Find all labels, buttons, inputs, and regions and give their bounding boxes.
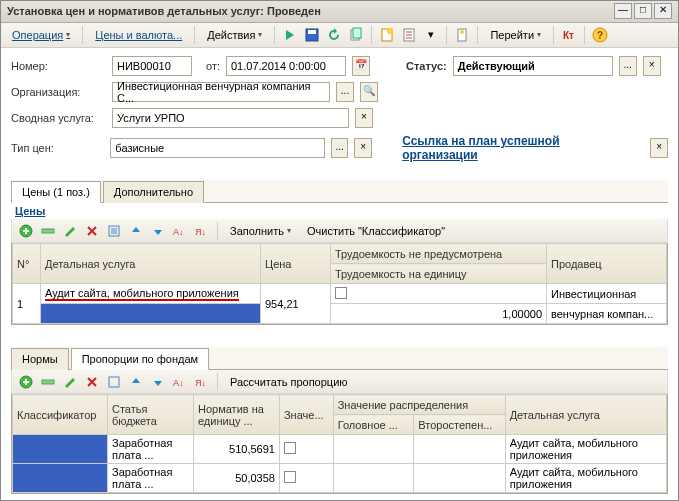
sort-asc-icon[interactable]: А↓	[170, 221, 190, 241]
form-area: Номер: НИВ00010 от: 01.07.2014 0:00:00 📅…	[1, 48, 678, 176]
svg-point-9	[460, 30, 464, 34]
col-norm[interactable]: Норматив на единицу ...	[193, 395, 279, 435]
refresh-icon[interactable]	[324, 25, 344, 45]
svg-point-6	[387, 28, 393, 34]
service-clear-button[interactable]: ×	[355, 108, 373, 128]
tab-proportions[interactable]: Пропорции по фондам	[71, 348, 209, 370]
add-row-icon[interactable]	[16, 221, 36, 241]
type-select-button[interactable]: ...	[331, 138, 349, 158]
edit-row-icon[interactable]	[60, 221, 80, 241]
status-field[interactable]: Действующий	[453, 56, 613, 76]
svg-rect-2	[308, 30, 316, 34]
doc2-icon[interactable]	[399, 25, 419, 45]
move-up-icon[interactable]	[126, 372, 146, 392]
tab-additional[interactable]: Дополнительно	[103, 181, 204, 203]
date-field[interactable]: 01.07.2014 0:00:00	[226, 56, 346, 76]
sort-asc-icon[interactable]: А↓	[170, 372, 190, 392]
col-main[interactable]: Головное ...	[333, 415, 414, 435]
clear-classifier-button[interactable]: Очистить "Классификатор"	[300, 222, 452, 240]
col-n[interactable]: N°	[13, 244, 41, 284]
value-checkbox[interactable]	[284, 471, 296, 483]
detail-cell[interactable]: Аудит сайта, мобильного приложения	[505, 435, 666, 464]
value-checkbox[interactable]	[284, 442, 296, 454]
insert-row-icon[interactable]	[38, 372, 58, 392]
svg-text:А↓: А↓	[173, 378, 184, 388]
svg-rect-19	[42, 380, 54, 384]
status-clear-button[interactable]: ×	[643, 56, 661, 76]
prices-toolbar: А↓ Я↓ Заполнить ▾ Очистить "Классификато…	[11, 219, 668, 243]
col-detail[interactable]: Детальная услуга	[505, 395, 666, 435]
selected-cell[interactable]	[41, 304, 261, 324]
org-search-button[interactable]: 🔍	[360, 82, 378, 102]
col-labor-unit[interactable]: Трудоемкость на единицу	[331, 264, 547, 284]
config-icon[interactable]	[104, 221, 124, 241]
operation-menu[interactable]: Операция ▾	[5, 26, 77, 44]
doc1-icon[interactable]	[377, 25, 397, 45]
svg-rect-20	[109, 377, 119, 387]
move-down-icon[interactable]	[148, 372, 168, 392]
tab-norms[interactable]: Нормы	[11, 348, 69, 370]
goto-menu[interactable]: Перейти ▾	[483, 26, 548, 44]
col-value[interactable]: Значе...	[279, 395, 333, 435]
actions-menu[interactable]: Действия ▾	[200, 26, 269, 44]
save-icon[interactable]	[302, 25, 322, 45]
doc-dropdown[interactable]: ▾	[421, 25, 441, 44]
svg-text:Я↓: Я↓	[195, 378, 206, 388]
prices-currency-button[interactable]: Цены и валюта...	[88, 26, 189, 44]
org-field[interactable]: Инвестиционная венчурная компания С...	[112, 82, 330, 102]
number-label: Номер:	[11, 60, 106, 72]
sort-desc-icon[interactable]: Я↓	[192, 372, 212, 392]
col-budget[interactable]: Статья бюджета	[108, 395, 194, 435]
prices-grid[interactable]: N° Детальная услуга Цена Трудоемкость не…	[11, 243, 668, 325]
col-dist[interactable]: Значение распределения	[333, 395, 505, 415]
plan-link[interactable]: Ссылка на план успешной организации	[402, 134, 634, 162]
run-icon[interactable]	[280, 25, 300, 45]
add-row-icon[interactable]	[16, 372, 36, 392]
number-field[interactable]: НИВ00010	[112, 56, 192, 76]
sort-desc-icon[interactable]: Я↓	[192, 221, 212, 241]
delete-row-icon[interactable]	[82, 221, 102, 241]
labor-checkbox[interactable]	[335, 287, 347, 299]
proportions-toolbar: А↓ Я↓ Рассчитать пропорцию	[11, 370, 668, 394]
date-picker-button[interactable]: 📅	[352, 56, 370, 76]
service-cell[interactable]: Аудит сайта, мобильного приложения	[41, 284, 261, 304]
close-button[interactable]: ✕	[654, 3, 672, 19]
col-labor-na[interactable]: Трудоемкость не предусмотрена	[331, 244, 547, 264]
attach-icon[interactable]	[452, 25, 472, 45]
svg-rect-14	[42, 229, 54, 233]
type-clear-button[interactable]: ×	[354, 138, 372, 158]
svg-text:А↓: А↓	[173, 227, 184, 237]
calc-proportion-button[interactable]: Рассчитать пропорцию	[223, 373, 355, 391]
table-row[interactable]: Заработная плата ... 50,0358 Аудит сайта…	[13, 464, 667, 493]
proportions-grid[interactable]: Классификатор Статья бюджета Норматив на…	[11, 394, 668, 494]
table-row[interactable]: 1,00000 венчурная компан...	[13, 304, 667, 324]
table-row[interactable]: 1 Аудит сайта, мобильного приложения 954…	[13, 284, 667, 304]
minimize-button[interactable]: —	[614, 3, 632, 19]
type-field[interactable]: базисные	[110, 138, 324, 158]
col-service[interactable]: Детальная услуга	[41, 244, 261, 284]
detail-cell[interactable]: Аудит сайта, мобильного приложения	[505, 464, 666, 493]
plan-clear-button[interactable]: ×	[650, 138, 668, 158]
move-down-icon[interactable]	[148, 221, 168, 241]
status-select-button[interactable]: ...	[619, 56, 637, 76]
maximize-button[interactable]: □	[634, 3, 652, 19]
tab-prices[interactable]: Цены (1 поз.)	[11, 181, 101, 203]
col-price[interactable]: Цена	[261, 244, 331, 284]
col-classifier[interactable]: Классификатор	[13, 395, 108, 435]
edit-row-icon[interactable]	[60, 372, 80, 392]
move-up-icon[interactable]	[126, 221, 146, 241]
delete-row-icon[interactable]	[82, 372, 102, 392]
insert-row-icon[interactable]	[38, 221, 58, 241]
help-icon[interactable]: ?	[590, 25, 610, 45]
table-row[interactable]: Заработная плата ... 510,5691 Аудит сайт…	[13, 435, 667, 464]
org-select-button[interactable]: ...	[336, 82, 354, 102]
config-icon[interactable]	[104, 372, 124, 392]
status-label: Статус:	[406, 60, 447, 72]
bottom-tabs: Нормы Пропорции по фондам	[11, 347, 668, 370]
fill-menu[interactable]: Заполнить ▾	[223, 222, 298, 240]
col-seller[interactable]: Продавец	[547, 244, 667, 284]
copy-icon[interactable]	[346, 25, 366, 45]
col-second[interactable]: Второстепен...	[414, 415, 505, 435]
service-field[interactable]: Услуги УРПО	[112, 108, 349, 128]
chart-icon[interactable]: Кт	[559, 25, 579, 45]
